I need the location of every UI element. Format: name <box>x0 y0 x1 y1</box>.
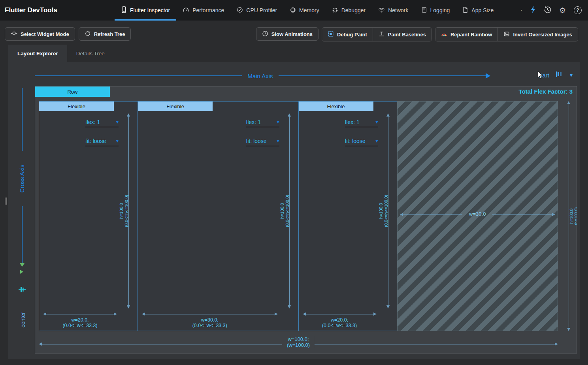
select-widget-mode-button[interactable]: Select Widget Mode <box>5 27 75 41</box>
cross-axis-arrowhead <box>19 263 25 267</box>
inspector-subtabs: Layout Explorer Details Tree <box>8 45 114 62</box>
button-label: Repaint Rainbow <box>450 32 492 38</box>
cross-axis-alignment-icon[interactable] <box>18 285 26 295</box>
tab-network[interactable]: Network <box>372 0 415 21</box>
select-widget-mode-icon <box>11 30 17 38</box>
flexible-widget-tab[interactable]: Flexible <box>138 102 213 111</box>
header-actions: · ⚙ ? <box>520 6 588 15</box>
flexible-widget-tab[interactable]: Flexible <box>299 102 373 111</box>
debug-paint-button[interactable]: Debug Paint <box>322 28 373 41</box>
settings-gear-icon[interactable]: ⚙ <box>559 7 566 14</box>
refresh-icon <box>85 30 91 38</box>
flexible-widget-tab[interactable]: Flexible <box>39 102 114 111</box>
chevron-down-icon: ▾ <box>116 120 119 124</box>
history-icon[interactable] <box>544 6 551 15</box>
hot-reload-bolt-icon[interactable] <box>530 6 536 15</box>
flex-dropdown[interactable]: flex: 1 ▾ <box>85 119 119 127</box>
tab-label: Memory <box>299 7 319 13</box>
overflow-dot: · <box>520 7 522 14</box>
help-icon[interactable]: ? <box>574 6 582 14</box>
row-children: Flexible flex: 1 ▾ fit: loose ▾ h=100.0 … <box>39 101 558 331</box>
flex-value: flex: 1 <box>85 119 100 125</box>
tab-memory[interactable]: Memory <box>283 0 326 21</box>
tab-performance[interactable]: Performance <box>176 0 230 21</box>
main-axis-arrow: Main Axis <box>35 73 490 79</box>
button-label: Debug Paint <box>337 32 367 38</box>
flex-value: flex: 1 <box>345 119 360 125</box>
button-label: Paint Baselines <box>388 32 426 38</box>
image-icon <box>503 31 510 38</box>
cpu-profiler-icon <box>237 7 243 14</box>
memory-icon <box>290 7 296 14</box>
mouse-cursor <box>537 71 543 81</box>
tab-flutter-inspector[interactable]: Flutter Inspector <box>115 0 176 21</box>
width-label: w=20.0; (0.0<=w<=33.3) <box>303 317 377 328</box>
paint-baselines-button[interactable]: Paint Baselines <box>373 28 432 41</box>
repaint-rainbow-icon <box>441 31 447 38</box>
fit-dropdown[interactable]: fit: loose ▾ <box>85 138 119 146</box>
tab-label: App Size <box>471 7 494 13</box>
invert-oversized-images-button[interactable]: Invert Oversized Images <box>498 28 578 41</box>
paint-button-group: Debug Paint Paint Baselines <box>322 27 432 41</box>
logging-icon <box>421 7 427 14</box>
refresh-tree-button[interactable]: Refresh Tree <box>79 27 131 41</box>
tab-label: Debugger <box>341 7 366 13</box>
fit-dropdown[interactable]: fit: loose ▾ <box>345 138 378 146</box>
debugger-icon <box>332 7 338 14</box>
device-icon <box>121 6 127 14</box>
row-height-label: h=100.0 (h=100.0) <box>569 117 577 315</box>
width-label: w=30.0; (0.0<=w<=33.3) <box>142 317 277 328</box>
fit-value: fit: loose <box>85 138 106 144</box>
free-space-width-arrow: w=30.0 <box>400 213 555 217</box>
tab-label: Performance <box>192 7 224 13</box>
slow-animations-button[interactable]: Slow Animations <box>256 27 318 41</box>
width-arrow <box>43 312 117 316</box>
paint-baselines-icon <box>379 31 385 38</box>
flexible-widget-2[interactable]: Flexible flex: 1 ▾ fit: loose ▾ h=100.0 … <box>138 101 298 331</box>
tab-layout-explorer[interactable]: Layout Explorer <box>8 45 67 62</box>
chevron-down-icon: ▾ <box>116 139 119 143</box>
flex-dropdown[interactable]: flex: 1 ▾ <box>345 119 378 127</box>
main-nav: Flutter Inspector Performance CPU Profil… <box>115 0 500 21</box>
chevron-down-icon: ▾ <box>277 139 279 143</box>
tab-cpu-profiler[interactable]: CPU Profiler <box>230 0 283 21</box>
flex-dropdown[interactable]: flex: 1 ▾ <box>246 119 279 127</box>
flex-value: flex: 1 <box>246 119 261 125</box>
tab-label: CPU Profiler <box>246 7 277 13</box>
height-label: h=100.0 (0.0<=h<=100.0) <box>280 112 290 310</box>
repaint-button-group: Repaint Rainbow Invert Oversized Images <box>435 27 578 41</box>
performance-icon <box>183 7 189 14</box>
flexible-widget-1[interactable]: Flexible flex: 1 ▾ fit: loose ▾ h=100.0 … <box>39 101 138 331</box>
debug-paint-icon <box>328 31 334 38</box>
tab-label: Logging <box>430 7 450 13</box>
tab-label: Flutter Inspector <box>130 7 170 13</box>
main-axis-alignment-icon <box>556 71 564 79</box>
chevron-down-icon[interactable]: ▾ <box>570 72 573 78</box>
row-width-arrow-zone: w=100.0; (w=100.0) <box>39 335 558 353</box>
chevron-down-icon: ▾ <box>376 139 378 143</box>
tab-logging[interactable]: Logging <box>415 0 456 21</box>
button-label: Select Widget Mode <box>21 31 69 37</box>
tab-details-tree[interactable]: Details Tree <box>67 45 114 62</box>
app-header: Flutter DevTools Flutter Inspector Perfo… <box>0 0 588 21</box>
flexible-widget-3[interactable]: Flexible flex: 1 ▾ fit: loose ▾ h=100.0 … <box>298 101 398 331</box>
tab-debugger[interactable]: Debugger <box>326 0 372 21</box>
cross-axis-alignment-value[interactable]: center <box>20 304 26 336</box>
height-label: h=100.0 (0.0<=h<=100.0) <box>379 112 389 310</box>
layout-explorer-panel: Main Axis start ▾ Cross Axis center Row … <box>8 62 580 359</box>
repaint-rainbow-button[interactable]: Repaint Rainbow <box>435 28 498 41</box>
button-label: Slow Animations <box>271 31 313 37</box>
free-space-width-label: w=30.0 <box>469 211 486 217</box>
fit-value: fit: loose <box>246 138 267 144</box>
width-label: w=20.0; (0.0<=w<=33.3) <box>43 317 117 328</box>
cross-axis-direction-icon <box>20 270 23 274</box>
button-label: Refresh Tree <box>94 31 125 37</box>
main-axis-label: Main Axis <box>247 73 273 79</box>
tab-app-size[interactable]: App Size <box>456 0 500 21</box>
panel-resize-handle[interactable] <box>5 198 8 205</box>
row-width-label: w=100.0; (w=100.0) <box>282 336 315 348</box>
row-widget-tab[interactable]: Row <box>35 87 110 97</box>
fit-dropdown[interactable]: fit: loose ▾ <box>246 138 279 146</box>
chevron-down-icon: ▾ <box>277 120 279 124</box>
chevron-down-icon: ▾ <box>376 120 378 124</box>
